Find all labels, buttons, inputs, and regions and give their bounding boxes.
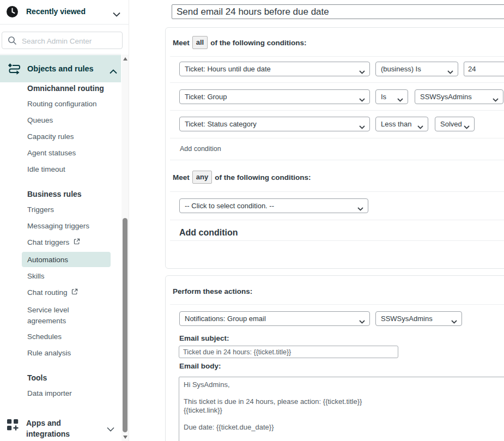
actions-panel: Perform these actions: Notifications: Gr…: [165, 275, 504, 441]
meet-any-prefix: Meet: [173, 173, 190, 182]
condition-value-select[interactable]: SSWSysAdmins: [415, 89, 503, 104]
sidebar-group-title: Tools: [27, 373, 47, 382]
select-value: Ticket: Group: [185, 93, 227, 101]
divider: [170, 304, 504, 305]
sidebar-item-skills[interactable]: Skills: [27, 272, 45, 280]
chevron-down-icon: [357, 204, 363, 213]
sidebar-item-label: Chat triggers: [27, 238, 69, 246]
sidebar-item-idle-timeout[interactable]: Idle timeout: [27, 165, 65, 173]
condition-operator-select[interactable]: Less than: [375, 117, 428, 131]
email-body-textarea[interactable]: Hi SysAdmins, This ticket is due in 24 h…: [179, 377, 504, 441]
meet-all-prefix: Meet: [173, 39, 190, 47]
external-link-icon: [71, 288, 78, 297]
chevron-down-icon: [397, 95, 403, 104]
sidebar-section-label: Objects and rules: [27, 64, 94, 73]
select-value: Less than: [381, 120, 411, 128]
sidebar: Recently viewed Objects and rules: [0, 0, 129, 441]
sidebar-item-label: Chat routing: [27, 288, 68, 297]
sidebar-item-apps-and-integrations[interactable]: Apps and integrations: [0, 413, 121, 441]
meet-any-suffix: of the following conditions:: [215, 173, 311, 182]
select-value: Ticket: Hours until due date: [185, 65, 271, 73]
chevron-down-icon: [359, 317, 365, 325]
select-value: Is: [381, 93, 386, 101]
select-value: Ticket: Status category: [185, 120, 257, 128]
scrollbar-down-arrow[interactable]: [123, 436, 127, 439]
divider: [170, 220, 504, 220]
sidebar-item-objects-and-rules[interactable]: Objects and rules: [0, 55, 121, 82]
chevron-down-icon: [417, 123, 423, 131]
sidebar-item-chat-triggers[interactable]: Chat triggers: [27, 238, 80, 246]
chevron-down-icon: [447, 68, 453, 76]
search-admin-center-box: [2, 32, 123, 49]
all-chip: all: [192, 36, 208, 49]
add-condition-link-large[interactable]: Add condition: [179, 228, 238, 238]
automation-title-input[interactable]: [172, 4, 504, 19]
chevron-down-icon: [113, 9, 120, 19]
conditions-panel: Meet all of the following conditions: Ti…: [165, 27, 504, 269]
chevron-down-icon: [107, 424, 114, 434]
condition-operator-select[interactable]: (business) Is: [375, 62, 458, 76]
perform-actions-label: Perform these actions:: [173, 287, 252, 295]
any-chip: any: [192, 171, 212, 184]
condition-field-select[interactable]: Ticket: Status category: [179, 117, 370, 131]
perform-actions-header: Perform these actions:: [173, 285, 252, 298]
divider: [170, 82, 504, 83]
divider: [170, 138, 504, 138]
admin-center-screen: Recently viewed Objects and rules: [0, 0, 504, 441]
sidebar-item-label: Apps and integrations: [26, 418, 98, 439]
select-value: Notifications: Group email: [185, 315, 266, 323]
sidebar-item-triggers[interactable]: Triggers: [27, 206, 54, 214]
chevron-up-icon: [110, 67, 117, 76]
chevron-down-icon: [359, 68, 365, 76]
condition-value-select[interactable]: Solved: [435, 117, 475, 131]
chevron-down-icon: [359, 95, 365, 104]
scrollbar-up-arrow[interactable]: [123, 57, 127, 61]
chevron-down-icon: [359, 123, 365, 131]
sidebar-group-title: Omnichannel routing: [27, 84, 104, 93]
add-condition-link[interactable]: Add condition: [180, 145, 221, 153]
divider: [170, 240, 504, 241]
sidebar-item-automations[interactable]: Automations: [27, 256, 68, 264]
recently-viewed-label: Recently viewed: [26, 7, 86, 16]
sidebar-scrollbar-thumb[interactable]: [123, 218, 127, 432]
sidebar-item-service-level-agreements[interactable]: Service level agreements: [27, 305, 95, 327]
clock-icon: [6, 5, 19, 18]
divider: [170, 56, 504, 57]
divider: [170, 110, 504, 111]
select-value: Solved: [440, 120, 462, 128]
chevron-down-icon: [464, 123, 470, 131]
sidebar-item-schedules[interactable]: Schedules: [27, 333, 62, 341]
select-condition-placeholder[interactable]: -- Click to select condition. --: [179, 198, 368, 213]
search-icon: [8, 36, 17, 47]
sidebar-item-data-importer[interactable]: Data importer: [27, 389, 72, 397]
email-subject-input[interactable]: [179, 346, 398, 358]
search-input[interactable]: [21, 34, 118, 48]
condition-field-select[interactable]: Ticket: Hours until due date: [179, 62, 370, 76]
divider: [170, 191, 504, 192]
meet-all-suffix: of the following conditions:: [210, 39, 306, 47]
select-value: SSWSysAdmins: [420, 93, 472, 101]
condition-value-input[interactable]: [464, 62, 504, 76]
external-link-icon: [74, 238, 80, 246]
sidebar-item-routing-configuration[interactable]: Routing configuration: [27, 100, 97, 108]
sidebar-item-rule-analysis[interactable]: Rule analysis: [27, 349, 71, 357]
condition-operator-select[interactable]: Is: [375, 89, 408, 104]
sidebar-item-chat-routing[interactable]: Chat routing: [27, 288, 78, 297]
apps-grid-plus-icon: [7, 419, 19, 433]
action-type-select[interactable]: Notifications: Group email: [179, 311, 370, 326]
objects-and-rules-icon: [7, 62, 22, 77]
sidebar-item-messaging-triggers[interactable]: Messaging triggers: [27, 222, 89, 230]
chevron-down-icon: [493, 95, 499, 104]
meet-all-header: Meet all of the following conditions:: [173, 36, 306, 49]
condition-field-select[interactable]: Ticket: Group: [179, 89, 370, 104]
sidebar-item-queues[interactable]: Queues: [27, 116, 53, 124]
sidebar-item-agent-statuses[interactable]: Agent statuses: [27, 149, 76, 157]
action-target-select[interactable]: SSWSysAdmins: [375, 311, 462, 326]
email-subject-label: Email subject:: [179, 334, 229, 342]
meet-any-header: Meet any of the following conditions:: [173, 171, 311, 184]
email-body-label: Email body:: [179, 362, 221, 370]
recently-viewed-dropdown[interactable]: Recently viewed: [0, 0, 129, 25]
sidebar-group-title: Business rules: [27, 190, 82, 198]
divider: [0, 54, 121, 55]
sidebar-item-capacity-rules[interactable]: Capacity rules: [27, 132, 74, 141]
